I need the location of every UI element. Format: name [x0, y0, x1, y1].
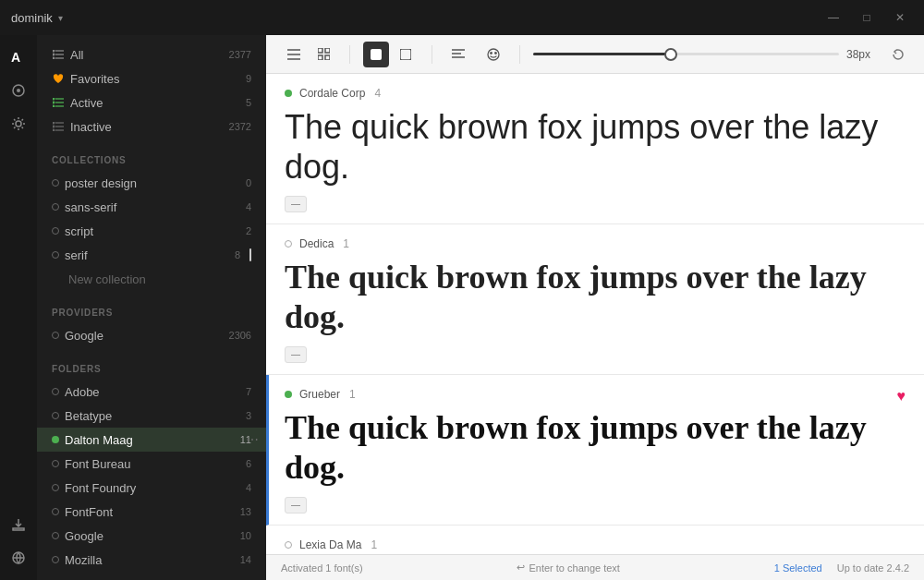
collection-poster[interactable]: poster design 0 — [37, 171, 266, 195]
statusbar: Activated 1 font(s) ↩ Enter to change te… — [266, 554, 924, 580]
folder-count: 6 — [246, 458, 251, 469]
section-folders: FOLDERS — [37, 355, 266, 378]
close-button[interactable]: ✕ — [887, 5, 913, 30]
collection-label: script — [65, 224, 238, 238]
folder-count: 14 — [240, 554, 251, 565]
font-name: Lexia Da Ma — [299, 538, 361, 551]
collection-count: 4 — [246, 201, 251, 212]
grid-view-button[interactable] — [310, 42, 336, 67]
active-dot — [285, 391, 292, 398]
svg-point-2 — [17, 89, 20, 92]
collection-script[interactable]: script 2 — [37, 219, 266, 243]
expand-button[interactable]: — — [285, 196, 307, 212]
heart-icon — [52, 72, 65, 85]
maximize-button[interactable]: □ — [854, 5, 880, 30]
titlebar: dominik ▾ — □ ✕ — [0, 0, 924, 35]
user-label: dominik — [11, 11, 53, 25]
emoji-button[interactable] — [480, 42, 506, 67]
folder-fontfont[interactable]: FontFont 13 — [37, 500, 266, 524]
svg-point-10 — [53, 57, 55, 59]
collection-count: 2 — [246, 225, 251, 236]
list-view-button[interactable] — [281, 42, 307, 67]
version-status: Up to date 2.4.2 — [837, 562, 909, 574]
folder-label: Adobe — [65, 385, 238, 399]
light-preview-button[interactable] — [393, 42, 419, 67]
collection-label: serif — [65, 248, 227, 262]
folder-google[interactable]: Google 10 — [37, 524, 266, 548]
toolbar: 38px — [266, 35, 924, 74]
size-slider[interactable] — [533, 53, 839, 55]
all-label: All — [70, 48, 222, 62]
activated-status: Activated 1 font(s) — [281, 562, 363, 574]
provider-google[interactable]: Google 2306 — [37, 323, 266, 347]
font-entry-lexia: Lexia Da Ma 1 The quick brown fox jumps … — [266, 526, 924, 554]
svg-rect-31 — [318, 48, 322, 53]
font-entry-dedica: Dedica 1 The quick brown fox jumps over … — [266, 224, 924, 375]
size-label: 38px — [846, 48, 878, 61]
svg-rect-36 — [400, 49, 411, 60]
sidebar-item-active[interactable]: Active 5 — [37, 91, 266, 115]
reset-button[interactable] — [887, 43, 909, 66]
folder-more-icon[interactable]: ⋯ — [246, 432, 259, 447]
font-count: 1 — [349, 388, 356, 401]
section-collections: COLLECTIONS — [37, 146, 266, 169]
folder-count: 10 — [240, 530, 251, 541]
svg-rect-32 — [325, 48, 330, 53]
notifications-icon[interactable] — [4, 76, 33, 105]
folder-count: 4 — [246, 482, 251, 493]
font-count: 1 — [371, 538, 377, 551]
svg-rect-35 — [371, 49, 382, 60]
svg-point-40 — [488, 49, 499, 60]
collection-sans[interactable]: sans-serif 4 — [37, 195, 266, 219]
font-list[interactable]: Cordale Corp 4 The quick brown fox jumps… — [266, 74, 924, 554]
collection-count: 0 — [246, 177, 251, 188]
folder-count: 3 — [246, 410, 251, 421]
font-count: 1 — [343, 237, 349, 250]
dark-preview-button[interactable] — [363, 42, 389, 67]
download-icon[interactable] — [4, 510, 33, 539]
folder-count: 13 — [240, 506, 251, 517]
folder-label: Font Bureau — [65, 457, 238, 471]
folder-dalton[interactable]: Dalton Maag 11 ⋯ — [37, 428, 266, 452]
folder-fontbureau[interactable]: Font Bureau 6 — [37, 452, 266, 476]
svg-rect-33 — [318, 55, 322, 60]
section-providers: PROVIDERS — [37, 298, 266, 321]
favorites-label: Favorites — [70, 72, 238, 86]
svg-rect-34 — [325, 55, 330, 60]
expand-button[interactable]: — — [285, 497, 307, 514]
font-entry-grueber: Grueber 1 ♥ The quick brown fox jumps ov… — [266, 375, 924, 526]
align-left-button[interactable] — [445, 42, 471, 67]
folder-mozilla[interactable]: Mozilla 14 — [37, 548, 266, 572]
inactive-dot — [285, 240, 292, 248]
change-text-hint: Enter to change text — [529, 562, 619, 574]
folder-fontfoundry[interactable]: Font Foundry 4 — [37, 476, 266, 500]
folder-label: Google — [65, 529, 233, 543]
folder-label: Font Foundry — [65, 481, 238, 495]
inactive-dot — [285, 541, 292, 549]
folder-other[interactable]: Other — [37, 572, 266, 580]
sidebar-item-all[interactable]: All 2377 — [37, 42, 266, 66]
heart-icon[interactable]: ♥ — [897, 388, 906, 405]
font-name: Cordale Corp — [299, 87, 365, 100]
sidebar-item-favorites[interactable]: Favorites 9 — [37, 66, 266, 91]
expand-button[interactable]: — — [285, 346, 307, 363]
folder-betatype[interactable]: Betatype 3 — [37, 404, 266, 428]
svg-point-41 — [491, 52, 492, 54]
svg-point-9 — [53, 54, 55, 55]
community-icon[interactable] — [4, 543, 33, 573]
sidebar-item-inactive[interactable]: Inactive 2372 — [37, 115, 266, 139]
collection-serif[interactable]: serif 8 — [37, 243, 266, 267]
folder-adobe[interactable]: Adobe 7 — [37, 380, 266, 404]
fonts-icon[interactable]: A — [4, 42, 33, 72]
collection-label: poster design — [65, 176, 238, 190]
all-count: 2377 — [229, 49, 251, 60]
settings-icon[interactable] — [4, 109, 33, 139]
sidebar-icons: A — [0, 35, 37, 580]
font-preview: The quick brown fox jumps over the lazy … — [285, 258, 906, 337]
minimize-button[interactable]: — — [821, 5, 846, 30]
font-preview: The quick brown fox jumps over the lazy … — [285, 107, 906, 187]
provider-label: Google — [65, 329, 222, 343]
svg-text:A: A — [11, 50, 20, 65]
new-collection-button[interactable]: New collection — [37, 267, 266, 291]
font-name: Dedica — [299, 237, 334, 250]
